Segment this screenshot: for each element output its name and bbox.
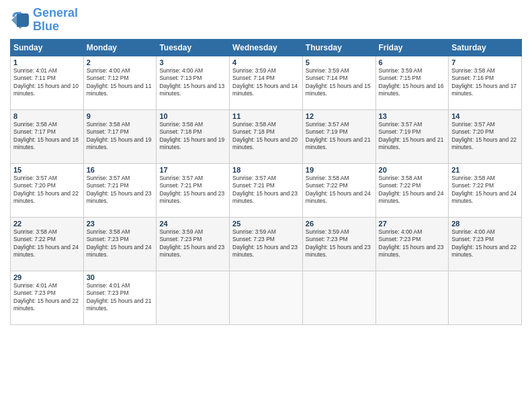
header-row: Sunday Monday Tuesday Wednesday Thursday… <box>11 39 522 56</box>
table-row: 3Sunrise: 4:00 AMSunset: 7:13 PMDaylight… <box>157 56 230 109</box>
day-number: 4 <box>232 58 300 66</box>
day-info: Sunrise: 3:57 AMSunset: 7:20 PMDaylight:… <box>13 175 81 205</box>
day-number: 8 <box>13 112 81 120</box>
day-info: Sunrise: 3:58 AMSunset: 7:22 PMDaylight:… <box>451 175 519 205</box>
day-number: 2 <box>87 58 154 66</box>
day-number: 26 <box>306 220 373 228</box>
day-number: 1 <box>13 58 81 66</box>
table-row: 17Sunrise: 3:57 AMSunset: 7:21 PMDayligh… <box>157 163 230 217</box>
day-info: Sunrise: 3:58 AMSunset: 7:18 PMDaylight:… <box>159 121 226 152</box>
table-row: 5Sunrise: 3:59 AMSunset: 7:14 PMDaylight… <box>302 56 375 109</box>
logo-icon <box>10 10 30 30</box>
day-number: 21 <box>451 166 519 174</box>
logo: General Blue <box>10 7 78 34</box>
table-row: 21Sunrise: 3:58 AMSunset: 7:22 PMDayligh… <box>449 163 522 217</box>
calendar-body: 1Sunrise: 4:01 AMSunset: 7:11 PMDaylight… <box>11 56 522 324</box>
day-info: Sunrise: 3:59 AMSunset: 7:23 PMDaylight:… <box>159 228 226 259</box>
table-row: 20Sunrise: 3:58 AMSunset: 7:22 PMDayligh… <box>375 163 449 217</box>
day-info: Sunrise: 3:57 AMSunset: 7:21 PMDaylight:… <box>232 175 300 205</box>
day-number: 29 <box>13 273 81 281</box>
table-row: 15Sunrise: 3:57 AMSunset: 7:20 PMDayligh… <box>11 163 84 217</box>
day-info: Sunrise: 3:57 AMSunset: 7:19 PMDaylight:… <box>379 121 446 152</box>
day-info: Sunrise: 3:59 AMSunset: 7:15 PMDaylight:… <box>379 67 446 98</box>
day-info: Sunrise: 4:00 AMSunset: 7:12 PMDaylight:… <box>87 67 154 98</box>
day-info: Sunrise: 3:58 AMSunset: 7:17 PMDaylight:… <box>87 121 154 152</box>
table-row: 16Sunrise: 3:57 AMSunset: 7:21 PMDayligh… <box>83 163 157 217</box>
day-info: Sunrise: 3:57 AMSunset: 7:21 PMDaylight:… <box>159 175 226 205</box>
col-wednesday: Wednesday <box>230 39 303 56</box>
table-row: 23Sunrise: 3:58 AMSunset: 7:23 PMDayligh… <box>83 217 157 271</box>
table-row: 27Sunrise: 4:00 AMSunset: 7:23 PMDayligh… <box>375 217 449 271</box>
day-info: Sunrise: 3:59 AMSunset: 7:14 PMDaylight:… <box>232 67 300 98</box>
calendar-week-5: 29Sunrise: 4:01 AMSunset: 7:23 PMDayligh… <box>11 271 522 324</box>
day-info: Sunrise: 4:00 AMSunset: 7:23 PMDaylight:… <box>451 228 519 259</box>
table-row: 28Sunrise: 4:00 AMSunset: 7:23 PMDayligh… <box>449 217 522 271</box>
day-info: Sunrise: 3:59 AMSunset: 7:23 PMDaylight:… <box>306 228 373 259</box>
table-row: 4Sunrise: 3:59 AMSunset: 7:14 PMDaylight… <box>230 56 303 109</box>
day-info: Sunrise: 4:01 AMSunset: 7:23 PMDaylight:… <box>13 282 81 313</box>
table-row: 22Sunrise: 3:58 AMSunset: 7:22 PMDayligh… <box>11 217 84 271</box>
table-row: 25Sunrise: 3:59 AMSunset: 7:23 PMDayligh… <box>230 217 303 271</box>
day-number: 24 <box>159 220 226 228</box>
logo-text: General Blue <box>33 7 78 34</box>
page: General Blue Sunday Monday Tuesday Wedne… <box>0 0 532 411</box>
day-info: Sunrise: 3:57 AMSunset: 7:19 PMDaylight:… <box>306 121 373 152</box>
day-number: 30 <box>87 273 154 281</box>
calendar-week-3: 15Sunrise: 3:57 AMSunset: 7:20 PMDayligh… <box>11 163 522 217</box>
table-row: 10Sunrise: 3:58 AMSunset: 7:18 PMDayligh… <box>157 109 230 163</box>
day-number: 17 <box>159 166 226 174</box>
day-number: 5 <box>306 58 373 66</box>
calendar-header: Sunday Monday Tuesday Wednesday Thursday… <box>11 39 522 56</box>
col-tuesday: Tuesday <box>157 39 230 56</box>
table-row: 26Sunrise: 3:59 AMSunset: 7:23 PMDayligh… <box>302 217 375 271</box>
day-info: Sunrise: 3:58 AMSunset: 7:23 PMDaylight:… <box>87 228 154 259</box>
day-number: 18 <box>232 166 300 174</box>
day-number: 15 <box>13 166 81 174</box>
day-number: 23 <box>87 220 154 228</box>
table-row: 13Sunrise: 3:57 AMSunset: 7:19 PMDayligh… <box>375 109 449 163</box>
day-info: Sunrise: 3:58 AMSunset: 7:16 PMDaylight:… <box>451 67 519 98</box>
day-number: 10 <box>159 112 226 120</box>
day-info: Sunrise: 3:57 AMSunset: 7:20 PMDaylight:… <box>451 121 519 152</box>
calendar-week-4: 22Sunrise: 3:58 AMSunset: 7:22 PMDayligh… <box>11 217 522 271</box>
day-info: Sunrise: 3:58 AMSunset: 7:22 PMDaylight:… <box>379 175 446 205</box>
day-number: 13 <box>379 112 446 120</box>
day-info: Sunrise: 4:01 AMSunset: 7:23 PMDaylight:… <box>87 282 154 313</box>
day-info: Sunrise: 4:01 AMSunset: 7:11 PMDaylight:… <box>13 67 81 98</box>
table-row: 14Sunrise: 3:57 AMSunset: 7:20 PMDayligh… <box>449 109 522 163</box>
day-info: Sunrise: 3:58 AMSunset: 7:22 PMDaylight:… <box>306 175 373 205</box>
calendar-week-1: 1Sunrise: 4:01 AMSunset: 7:11 PMDaylight… <box>11 56 522 109</box>
day-number: 20 <box>379 166 446 174</box>
day-number: 3 <box>159 58 226 66</box>
day-number: 9 <box>87 112 154 120</box>
table-row <box>375 271 449 324</box>
day-info: Sunrise: 3:57 AMSunset: 7:21 PMDaylight:… <box>87 175 154 205</box>
table-row <box>449 271 522 324</box>
table-row <box>157 271 230 324</box>
table-row: 7Sunrise: 3:58 AMSunset: 7:16 PMDaylight… <box>449 56 522 109</box>
table-row: 8Sunrise: 3:58 AMSunset: 7:17 PMDaylight… <box>11 109 84 163</box>
day-info: Sunrise: 3:58 AMSunset: 7:18 PMDaylight:… <box>232 121 300 152</box>
day-number: 11 <box>232 112 300 120</box>
day-info: Sunrise: 3:59 AMSunset: 7:14 PMDaylight:… <box>306 67 373 98</box>
table-row: 12Sunrise: 3:57 AMSunset: 7:19 PMDayligh… <box>302 109 375 163</box>
table-row <box>230 271 303 324</box>
day-number: 16 <box>87 166 154 174</box>
day-number: 12 <box>306 112 373 120</box>
day-number: 27 <box>379 220 446 228</box>
table-row: 2Sunrise: 4:00 AMSunset: 7:12 PMDaylight… <box>83 56 157 109</box>
day-number: 25 <box>232 220 300 228</box>
day-info: Sunrise: 4:00 AMSunset: 7:23 PMDaylight:… <box>379 228 446 259</box>
col-friday: Friday <box>375 39 449 56</box>
col-monday: Monday <box>83 39 157 56</box>
day-number: 7 <box>451 58 519 66</box>
col-sunday: Sunday <box>11 39 84 56</box>
table-row <box>302 271 375 324</box>
table-row: 1Sunrise: 4:01 AMSunset: 7:11 PMDaylight… <box>11 56 84 109</box>
table-row: 30Sunrise: 4:01 AMSunset: 7:23 PMDayligh… <box>83 271 157 324</box>
table-row: 6Sunrise: 3:59 AMSunset: 7:15 PMDaylight… <box>375 56 449 109</box>
day-info: Sunrise: 3:59 AMSunset: 7:23 PMDaylight:… <box>232 228 300 259</box>
table-row: 29Sunrise: 4:01 AMSunset: 7:23 PMDayligh… <box>11 271 84 324</box>
col-saturday: Saturday <box>449 39 522 56</box>
day-number: 19 <box>306 166 373 174</box>
